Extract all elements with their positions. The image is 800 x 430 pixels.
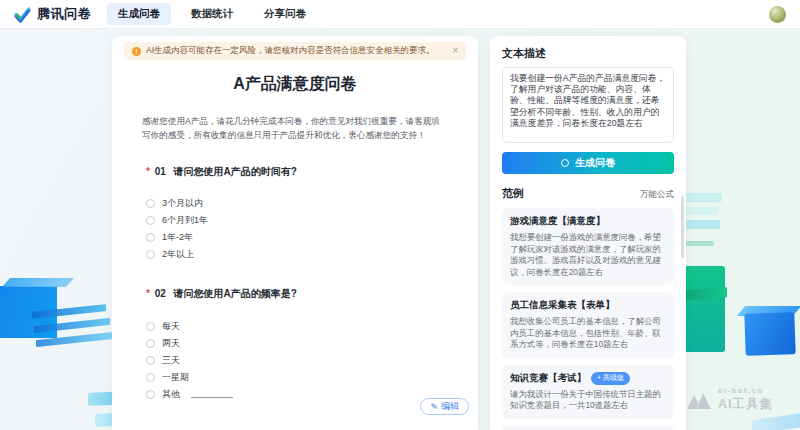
- example-card-game-satisfaction[interactable]: 游戏满意度【满意度】 我想要创建一份游戏的满意度问卷，希望了解玩家对该游戏的满意…: [502, 208, 674, 285]
- tencent-survey-logo-icon: [14, 6, 31, 23]
- tab-data-statistics[interactable]: 数据统计: [180, 3, 244, 25]
- q1-option-2[interactable]: 6个月到1年: [146, 214, 444, 226]
- deco-blue-cube-top: [2, 278, 74, 287]
- examples-label: 范例: [502, 186, 524, 201]
- alert-text: AI生成内容可能存在一定风险，请您核对内容是否符合信息安全相关的要求。: [146, 45, 446, 57]
- survey-preview-card: ! AI生成内容可能存在一定风险，请您核对内容是否符合信息安全相关的要求。 × …: [112, 36, 478, 430]
- premium-badge: + 高级版: [591, 372, 630, 385]
- option-label: 1年-2年: [162, 231, 193, 244]
- radio-icon[interactable]: [146, 199, 155, 208]
- q1-option-4[interactable]: 2年以上: [146, 248, 444, 260]
- example-desc: 我想收集公司员工的基本信息，了解公司内员工的基本信息，包括性别、年龄、联系方式等…: [510, 316, 666, 351]
- edit-button-label: 编辑: [441, 400, 459, 413]
- option-label: 每天: [162, 320, 180, 333]
- description-label: 文本描述: [502, 46, 674, 61]
- radio-icon[interactable]: [146, 373, 155, 382]
- pencil-icon: ✎: [430, 402, 438, 412]
- option-label: 2年以上: [162, 248, 194, 261]
- user-avatar[interactable]: [769, 6, 786, 23]
- required-asterisk: *: [146, 166, 150, 177]
- nav-tabs: 生成问卷 数据统计 分享问卷: [107, 3, 317, 25]
- watermark-title: AI工具集: [718, 396, 773, 413]
- option-label: 3个月以内: [162, 197, 203, 210]
- example-desc: 请为我设计一份关于中国传统节日主题的知识竞赛题目，一共10道题左右: [510, 389, 666, 412]
- deco-right-bar: [680, 193, 722, 202]
- q1-option-3[interactable]: 1年-2年: [146, 231, 444, 243]
- watermark-url: ai-bot.cn: [718, 386, 773, 395]
- question-text: 请问您使用A产品的频率是?: [174, 288, 297, 299]
- brand-logo[interactable]: 腾讯问卷: [14, 5, 91, 23]
- generation-panel: 文本描述 我要创建一份A产品的产品满意度问卷，了解用户对该产品的功能、内容、体验…: [490, 36, 686, 430]
- deco-light-strip: [752, 412, 800, 430]
- generate-button-label: 生成问卷: [575, 156, 615, 170]
- q2-option-other[interactable]: 其他: [146, 388, 444, 400]
- example-title: 员工信息采集表【表单】: [510, 299, 666, 312]
- q2-option-3[interactable]: 三天: [146, 354, 444, 366]
- ai-bot-logo-icon: [686, 390, 712, 410]
- radio-icon[interactable]: [146, 322, 155, 331]
- page: 腾讯问卷 生成问卷 数据统计 分享问卷 ai-bot.cn AI工具集: [0, 0, 800, 430]
- example-desc: 我想要创建一份游戏的满意度问卷，希望了解玩家对该游戏的满意度，了解玩家的游戏习惯…: [510, 232, 666, 278]
- radio-icon[interactable]: [146, 390, 155, 399]
- other-fill-in-line[interactable]: [191, 390, 233, 398]
- warning-icon: !: [132, 47, 141, 56]
- top-navbar: 腾讯问卷 生成问卷 数据统计 分享问卷: [0, 0, 800, 28]
- radio-icon[interactable]: [146, 233, 155, 242]
- description-input[interactable]: 我要创建一份A产品的产品满意度问卷，了解用户对该产品的功能、内容、体验、性能、品…: [502, 67, 674, 143]
- question-1-label: * 01 请问您使用A产品的时间有?: [146, 165, 444, 179]
- ai-risk-alert: ! AI生成内容可能存在一定风险，请您核对内容是否符合信息安全相关的要求。 ×: [124, 42, 466, 60]
- generate-button[interactable]: 生成问卷: [502, 152, 674, 174]
- q2-option-2[interactable]: 两天: [146, 337, 444, 349]
- example-title: 知识竞赛【考试】 + 高级版: [510, 372, 666, 385]
- option-label: 三天: [162, 354, 180, 367]
- radio-icon[interactable]: [146, 250, 155, 259]
- brand-name: 腾讯问卷: [37, 5, 91, 23]
- q2-option-4[interactable]: 一星期: [146, 371, 444, 383]
- deco-blue-box: [744, 312, 795, 356]
- example-title-text: 知识竞赛【考试】: [510, 372, 586, 385]
- example-card-employee-form[interactable]: 员工信息采集表【表单】 我想收集公司员工的基本信息，了解公司内员工的基本信息，包…: [502, 292, 674, 358]
- question-2-label: * 02 请问您使用A产品的频率是?: [146, 287, 444, 301]
- close-icon[interactable]: ×: [452, 46, 458, 56]
- example-title-text: 员工信息采集表【表单】: [510, 299, 615, 312]
- generate-ring-icon: [561, 159, 569, 167]
- survey-title: A产品满意度问卷: [112, 74, 478, 95]
- deco-right-bar: [680, 220, 720, 229]
- tab-generate-survey[interactable]: 生成问卷: [107, 3, 171, 25]
- option-label: 两天: [162, 337, 180, 350]
- formula-link[interactable]: 万能公式: [640, 189, 674, 201]
- option-label: 6个月到1年: [162, 214, 208, 227]
- question-number: 01: [155, 166, 166, 177]
- survey-intro: 感谢您使用A产品，请花几分钟完成本问卷，你的意见对我们很重要，请客观填写你的感受…: [142, 115, 448, 142]
- examples-header: 范例 万能公式: [502, 186, 674, 201]
- option-label: 其他: [162, 388, 180, 401]
- radio-icon[interactable]: [146, 216, 155, 225]
- example-title: 游戏满意度【满意度】: [510, 215, 666, 228]
- example-card-quiz-exam[interactable]: 知识竞赛【考试】 + 高级版 请为我设计一份关于中国传统节日主题的知识竞赛题目，…: [502, 365, 674, 419]
- example-card-product-satisfaction[interactable]: 产品满意度【满意度】: [502, 426, 674, 430]
- q2-option-1[interactable]: 每天: [146, 320, 444, 332]
- option-label: 一星期: [162, 371, 189, 384]
- question-text: 请问您使用A产品的时间有?: [174, 166, 297, 177]
- radio-icon[interactable]: [146, 356, 155, 365]
- scrollbar-thumb[interactable]: [681, 196, 684, 258]
- watermark: ai-bot.cn AI工具集: [686, 386, 773, 413]
- required-asterisk: *: [146, 288, 150, 299]
- q1-option-1[interactable]: 3个月以内: [146, 197, 444, 209]
- edit-button[interactable]: ✎ 编辑: [420, 398, 469, 415]
- radio-icon[interactable]: [146, 339, 155, 348]
- tab-share-survey[interactable]: 分享问卷: [253, 3, 317, 25]
- example-title-text: 游戏满意度【满意度】: [510, 215, 605, 228]
- question-number: 02: [155, 288, 166, 299]
